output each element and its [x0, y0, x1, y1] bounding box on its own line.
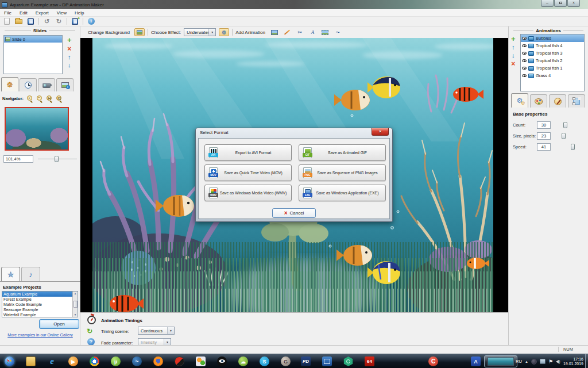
- example-projects-list[interactable]: Aquarium Example Forest Example Matrix C…: [2, 291, 78, 317]
- count-spinner[interactable]: 30: [537, 121, 551, 129]
- zoom-region-button[interactable]: ◱: [56, 95, 63, 102]
- tab-timing[interactable]: [20, 78, 37, 91]
- list-item[interactable]: Matrix Code Example: [2, 302, 78, 307]
- tray-icon-1[interactable]: [531, 359, 537, 365]
- effect-settings-button[interactable]: ⚙: [219, 28, 229, 36]
- tab-example-projects[interactable]: ★: [1, 267, 20, 281]
- speed-slider-thumb[interactable]: [571, 144, 575, 150]
- save-png-sequence-button[interactable]: PNG Save as Sequence of PNG Images: [299, 164, 386, 181]
- chrome-icon[interactable]: [90, 356, 99, 366]
- animation-row[interactable]: Tropical fish 4: [521, 42, 584, 49]
- tab-music[interactable]: ♪: [21, 267, 40, 281]
- open-button[interactable]: Open: [39, 319, 79, 329]
- size-slider[interactable]: [560, 132, 586, 140]
- add-sprite-animation-button[interactable]: [321, 29, 330, 36]
- animation-row[interactable]: Tropical fish 3: [521, 49, 584, 57]
- red-ball-app-icon[interactable]: [175, 356, 184, 366]
- visibility-eye-icon[interactable]: [522, 44, 527, 47]
- acdsee-icon[interactable]: A: [471, 356, 481, 366]
- add-wave-animation-button[interactable]: ~: [334, 29, 342, 36]
- export-button[interactable]: ✦: [71, 18, 79, 25]
- tab-direction[interactable]: [549, 94, 566, 108]
- close-button[interactable]: ×: [567, 0, 580, 7]
- show-desktop-button[interactable]: [585, 354, 588, 368]
- tab-base-properties[interactable]: ⚙: [511, 93, 528, 108]
- add-text-animation-button[interactable]: A: [308, 29, 317, 36]
- internet-explorer-icon[interactable]: e: [47, 356, 57, 366]
- speed-spinner[interactable]: 41: [537, 143, 551, 151]
- cloud-app-icon[interactable]: ☁: [238, 356, 248, 366]
- add-cut-animation-button[interactable]: ✂: [296, 29, 304, 36]
- menu-export[interactable]: Export: [32, 10, 53, 16]
- visibility-eye-icon[interactable]: [522, 37, 527, 40]
- volume-icon[interactable]: [556, 360, 559, 363]
- about-button[interactable]: i: [87, 18, 95, 25]
- vmware-icon[interactable]: [322, 356, 332, 366]
- visibility-eye-icon[interactable]: [522, 52, 527, 55]
- animation-row[interactable]: Grass 4: [521, 72, 584, 79]
- add-brush-animation-button[interactable]: [283, 29, 292, 36]
- minimize-button[interactable]: –: [541, 0, 554, 7]
- speed-slider[interactable]: [560, 143, 586, 151]
- online-gallery-link[interactable]: More examples in our Online Gallery: [0, 333, 80, 337]
- save-gif-button[interactable]: GIF Save as Animated GIF: [299, 144, 386, 161]
- move-animation-up-button[interactable]: ↑: [512, 45, 515, 50]
- animation-row[interactable]: Tropical fish 2: [521, 57, 584, 64]
- zoom-slider-thumb[interactable]: [55, 156, 59, 162]
- zoom-out-button[interactable]: −: [37, 95, 43, 102]
- change-background-button[interactable]: Change Background: [86, 29, 131, 36]
- visibility-eye-icon[interactable]: [522, 59, 527, 62]
- timing-scheme-dropdown[interactable]: Continuous▼: [138, 327, 175, 335]
- animations-list[interactable]: Bubbles Tropical fish 4 Tropical fish 3 …: [520, 34, 585, 91]
- list-item[interactable]: Aquarium Example: [2, 292, 78, 297]
- delete-animation-button[interactable]: ×: [511, 61, 515, 67]
- background-image-button[interactable]: [134, 28, 145, 36]
- move-animation-down-button[interactable]: ↓: [512, 53, 515, 58]
- language-indicator[interactable]: RU: [516, 359, 522, 364]
- pd-app-icon[interactable]: PD: [301, 356, 311, 366]
- save-wmv-button[interactable]: WMV Save as Windows Media Video (WMV): [204, 185, 292, 201]
- count-slider-thumb[interactable]: [563, 122, 567, 128]
- add-animation-button[interactable]: +: [511, 36, 516, 42]
- save-exe-button[interactable]: EXE Save as Windows Application (EXE): [299, 185, 386, 201]
- visibility-eye-icon[interactable]: [522, 67, 527, 70]
- 64-app-icon[interactable]: 64: [365, 356, 374, 366]
- zoom-in-button[interactable]: +: [27, 95, 33, 102]
- tray-expand-icon[interactable]: ▲: [525, 360, 528, 363]
- add-slide-button[interactable]: +: [67, 37, 72, 43]
- slide-row[interactable]: Slide 0: [4, 36, 62, 43]
- effect-dropdown[interactable]: Underwater▼: [184, 28, 216, 36]
- move-slide-down-button[interactable]: ↓: [68, 63, 71, 68]
- tray-network-icon[interactable]: [540, 359, 546, 364]
- size-slider-thumb[interactable]: [562, 133, 566, 139]
- tab-area[interactable]: [568, 94, 585, 108]
- slides-list[interactable]: Slide 0: [3, 35, 63, 74]
- zoom-slider[interactable]: [38, 155, 77, 163]
- animation-row[interactable]: Bubbles: [521, 34, 584, 42]
- skype-icon[interactable]: S: [260, 356, 269, 366]
- open-file-button[interactable]: [14, 18, 23, 25]
- count-slider[interactable]: [560, 121, 586, 129]
- maximize-button[interactable]: [554, 0, 567, 7]
- menu-edit[interactable]: Edit: [16, 10, 32, 16]
- animation-row[interactable]: Tropical fish 1: [521, 64, 584, 72]
- action-center-flag-icon[interactable]: ⚑: [548, 359, 553, 365]
- scrollbar-thumb[interactable]: [74, 301, 78, 308]
- start-button[interactable]: [5, 356, 14, 366]
- green-hexagon-app-icon[interactable]: [343, 356, 353, 366]
- tab-slide-info[interactable]: [56, 78, 74, 91]
- list-scrollbar[interactable]: ▲ ▼: [72, 292, 78, 317]
- firefox-icon[interactable]: [153, 356, 163, 366]
- visibility-eye-icon[interactable]: [522, 74, 527, 77]
- scroll-down-icon[interactable]: ▼: [74, 313, 76, 316]
- scroll-up-icon[interactable]: ▲: [74, 292, 76, 295]
- navigator-thumbnail[interactable]: [5, 107, 69, 151]
- menu-help[interactable]: Help: [71, 10, 88, 16]
- menu-file[interactable]: File: [0, 10, 16, 16]
- undo-button[interactable]: ↺: [42, 18, 51, 25]
- list-item[interactable]: Forest Example: [2, 297, 78, 302]
- tab-camera[interactable]: [38, 78, 55, 91]
- clock[interactable]: 17:16 19.01.2019: [563, 357, 586, 366]
- active-window-taskbar-button[interactable]: [484, 355, 517, 367]
- export-avi-button[interactable]: AVI Export to AVI Format: [204, 144, 292, 161]
